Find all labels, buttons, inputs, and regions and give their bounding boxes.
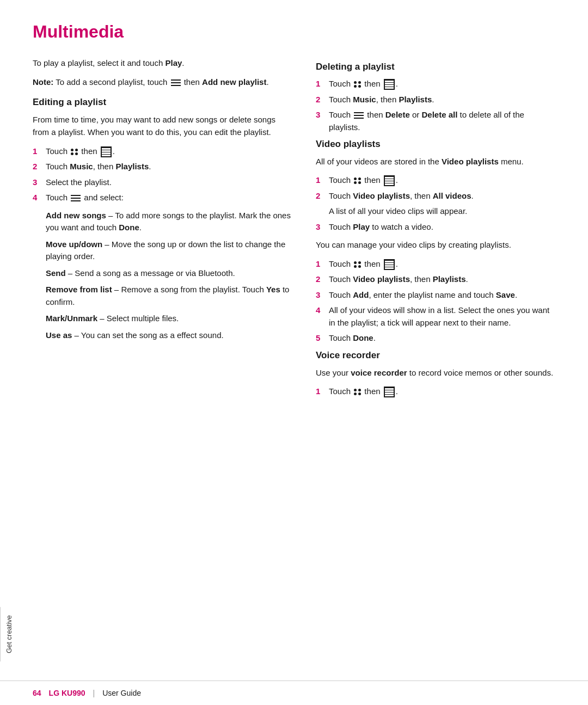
page-title: Multimedia <box>33 22 561 42</box>
footer: 64 LG KU990 | User Guide <box>0 681 588 705</box>
list-item: 2 Touch Music, then Playlists. <box>33 161 294 173</box>
list-item: 1 Touch then . <box>316 385 555 398</box>
list-item: 4 All of your videos will show in a list… <box>316 304 555 329</box>
right-column: Deleting a playlist 1 Touch then <box>316 57 555 659</box>
sub-item-useas: Use as – You can set the song as a effec… <box>46 329 294 342</box>
list-item: 1 Touch then . <box>316 258 555 271</box>
editing-para: From time to time, you may want to add n… <box>33 113 294 139</box>
content-area: Multimedia To play a playlist, select it… <box>0 0 588 681</box>
footer-guide: User Guide <box>102 689 141 697</box>
grid-icon-d1 <box>384 79 395 90</box>
sub-item-move: Move up/down – Move the song up or down … <box>46 238 294 263</box>
intro-text: To play a playlist, select it and touch … <box>33 57 294 70</box>
grid-icon-v1 <box>384 175 395 186</box>
video-para: All of your videos are stored in the Vid… <box>316 155 555 168</box>
list-item: 2 Touch Video playlists, then Playlists. <box>316 273 555 286</box>
two-col-layout: To play a playlist, select it and touch … <box>33 57 561 659</box>
menu-icon-d3 <box>354 111 364 120</box>
sub-item-mark: Mark/Unmark – Select multiple files. <box>46 312 294 325</box>
footer-separator: | <box>93 689 95 697</box>
footer-page: 64 <box>33 689 41 697</box>
dots-icon-v2 <box>354 261 361 268</box>
sub-item-remove: Remove from list – Remove a song from th… <box>46 284 294 308</box>
list-item: 1 Touch then . <box>316 78 555 90</box>
video-heading: Video playlists <box>316 139 555 150</box>
page-container: Get creative Multimedia To play a playli… <box>0 0 588 705</box>
list-item: 3 Touch Add, enter the playlist name and… <box>316 289 555 302</box>
list-item: 2 A list of all your video clips will ap… <box>316 205 555 218</box>
dots-icon-d1 <box>354 81 361 88</box>
video-para2: You can manage your video clips by creat… <box>316 238 555 251</box>
voice-para: Use your voice recorder to record voice … <box>316 366 555 379</box>
menu-icon <box>171 78 181 88</box>
voice-steps: 1 Touch then . <box>316 385 555 398</box>
main-content: Get creative Multimedia To play a playli… <box>0 0 588 681</box>
list-item: 3 Touch then Delete or Delete all to del… <box>316 109 555 133</box>
video-steps1: 1 Touch then . <box>316 174 555 233</box>
sidebar-label: Get creative <box>0 607 17 661</box>
grid-icon <box>101 146 112 157</box>
editing-heading: Editing a playlist <box>33 97 294 108</box>
voice-heading: Voice recorder <box>316 350 555 361</box>
list-item: 1 Touch then . <box>316 174 555 187</box>
grid-icon-v2 <box>384 259 395 270</box>
note-text: Note: To add a second playlist, touch th… <box>33 76 294 89</box>
sub-item-send: Send – Send a song as a message or via B… <box>46 267 294 280</box>
sub-item-add: Add new songs – To add more songs to the… <box>46 210 294 234</box>
left-column: To play a playlist, select it and touch … <box>33 57 294 659</box>
list-item: 4 Touch and select: <box>33 192 294 204</box>
deleting-heading: Deleting a playlist <box>316 62 555 72</box>
dots-icon <box>71 149 78 155</box>
list-item: 5 Touch Done. <box>316 332 555 345</box>
grid-icon-vr1 <box>384 387 395 397</box>
dots-icon-vr1 <box>354 389 361 395</box>
list-item: 3 Select the playlist. <box>33 176 294 189</box>
list-item: 2 Touch Video playlists, then All videos… <box>316 190 555 203</box>
list-item: 3 Touch Play to watch a video. <box>316 221 555 234</box>
editing-steps: 1 Touch then . <box>33 145 294 204</box>
list-item: 1 Touch then . <box>33 145 294 158</box>
footer-brand: LG KU990 <box>49 689 85 697</box>
deleting-steps: 1 Touch then . <box>316 78 555 133</box>
dots-icon-v1 <box>354 177 361 184</box>
menu-icon-2 <box>71 193 81 203</box>
list-item: 2 Touch Music, then Playlists. <box>316 94 555 106</box>
editing-sub-items: Add new songs – To add more songs to the… <box>46 210 294 342</box>
video-steps2: 1 Touch then . <box>316 258 555 345</box>
